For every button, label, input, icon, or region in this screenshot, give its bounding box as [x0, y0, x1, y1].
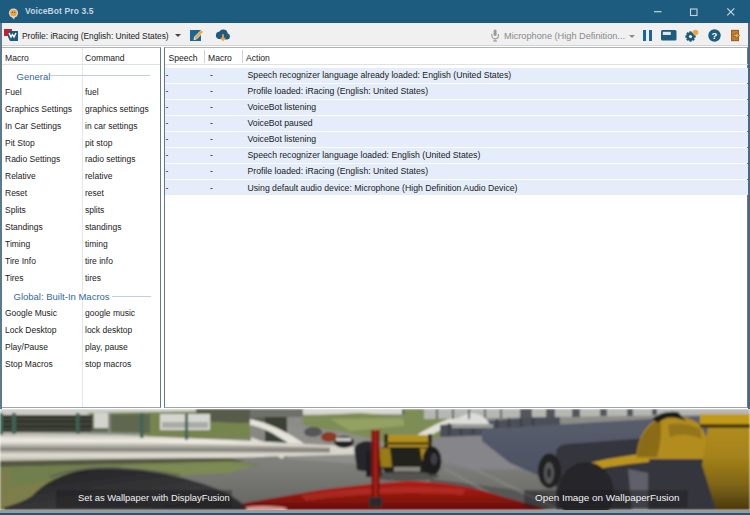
svg-text:?: ? [712, 30, 718, 41]
